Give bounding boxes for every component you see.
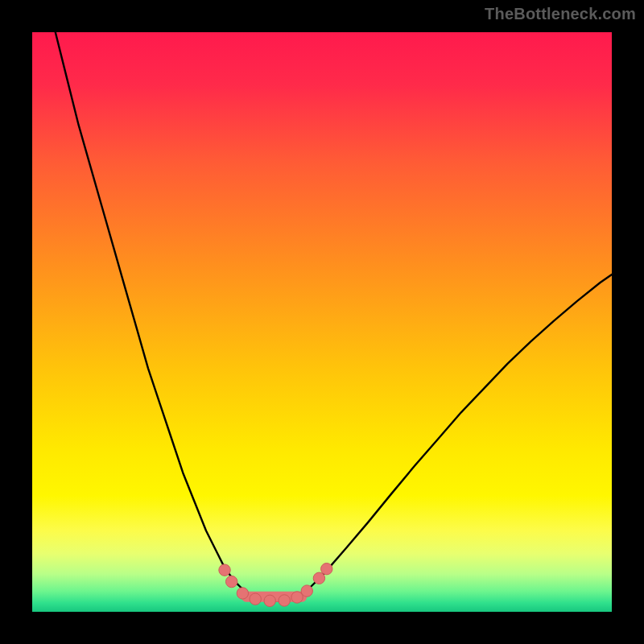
curve-markers [219,564,332,607]
curve-marker [237,588,248,599]
curve-layer [32,32,612,612]
curve-marker [321,564,332,575]
curve-marker [291,592,303,603]
curve-marker [301,585,312,597]
watermark-text: TheBottleneck.com [485,5,636,23]
chart-frame: TheBottleneck.com [0,0,644,644]
curve-marker [313,572,324,584]
curve-marker [219,564,230,576]
curve-marker [264,595,275,606]
curve-marker [250,593,261,605]
plot-area [32,32,612,612]
bottleneck-curve [56,32,612,601]
curve-marker [279,595,290,606]
curve-marker [225,576,237,587]
